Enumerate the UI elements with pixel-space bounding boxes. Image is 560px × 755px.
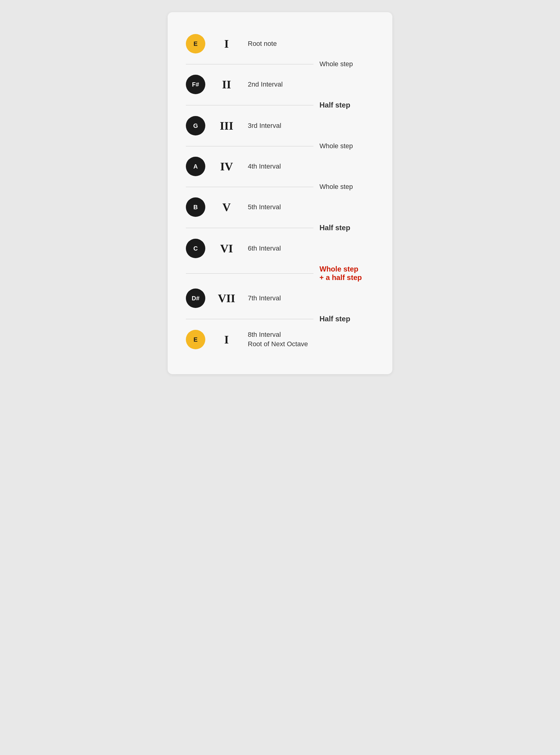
divider-2	[186, 105, 314, 105]
interval-label-7: 7th Interval	[248, 294, 281, 303]
interval-label-1: Root note	[248, 39, 277, 48]
divider-4	[186, 187, 314, 187]
step-label-3: Whole step	[319, 142, 353, 150]
interval-label-2: 2nd Interval	[248, 80, 283, 89]
roman-numeral-8: I	[214, 333, 239, 346]
step-label-6: Whole step+ a half step	[319, 265, 362, 281]
note-circle-6: C	[186, 239, 205, 258]
roman-numeral-6: VI	[214, 242, 239, 255]
step-label-7: Half step	[319, 315, 350, 323]
step-label-5: Half step	[319, 223, 350, 232]
note-circle-1: E	[186, 34, 205, 54]
note-circle-7: D#	[186, 289, 205, 308]
roman-numeral-3: III	[214, 119, 239, 133]
step-label-4: Whole step	[319, 183, 353, 191]
roman-numeral-1: I	[214, 37, 239, 51]
interval-label-3: 3rd Interval	[248, 121, 281, 131]
interval-label-4: 4th Interval	[248, 162, 281, 171]
note-circle-8: E	[186, 330, 205, 349]
note-circle-5: B	[186, 197, 205, 217]
interval-label-6: 6th Interval	[248, 244, 281, 253]
roman-numeral-5: V	[214, 200, 239, 214]
interval-label-8: 8th Interval Root of Next Octave	[248, 330, 308, 349]
divider-5	[186, 228, 314, 228]
divider-7	[186, 319, 314, 319]
note-circle-3: G	[186, 116, 205, 136]
scale-card: E I Root note Whole step F# II 2nd Inter…	[168, 12, 392, 374]
roman-numeral-2: II	[214, 78, 239, 91]
step-label-1: Whole step	[319, 60, 353, 68]
step-label-2: Half step	[319, 101, 350, 109]
divider-3	[186, 146, 314, 146]
divider-1	[186, 64, 314, 64]
note-circle-4: A	[186, 157, 205, 176]
roman-numeral-4: IV	[214, 160, 239, 173]
roman-numeral-7: VII	[214, 292, 239, 305]
divider-6	[186, 273, 314, 274]
interval-label-5: 5th Interval	[248, 203, 281, 212]
note-circle-2: F#	[186, 75, 205, 94]
